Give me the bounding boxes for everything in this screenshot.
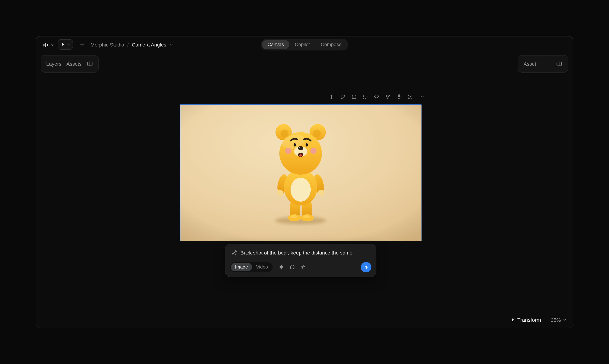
mode-video-button[interactable]: Video <box>252 263 272 271</box>
tab-canvas[interactable]: Canvas <box>262 40 289 49</box>
prompt-option-icons <box>279 264 306 270</box>
tab-copilot[interactable]: Copilot <box>289 40 315 49</box>
canvas-toolbar <box>327 91 426 102</box>
transform-label: Transform <box>517 317 541 323</box>
more-tools-icon[interactable] <box>417 91 427 102</box>
draw-tool-icon[interactable] <box>338 91 348 102</box>
prompt-input-row[interactable]: Back shot of the bear, keep the distance… <box>225 244 376 256</box>
ai-select-tool-icon[interactable] <box>383 91 393 102</box>
lightning-icon <box>510 317 515 322</box>
plus-icon <box>79 42 85 48</box>
zoom-control[interactable]: 35% <box>551 317 567 323</box>
panel-left-icon[interactable] <box>87 61 93 67</box>
footer-controls: Transform 35% <box>510 317 567 323</box>
breadcrumb-app[interactable]: Morphic Studio <box>91 42 124 48</box>
asset-panel-toggle: Asset <box>518 55 568 72</box>
tab-compose[interactable]: Compose <box>315 40 347 49</box>
transform-button[interactable]: Transform <box>510 317 541 323</box>
settings-sliders-icon[interactable] <box>300 264 306 270</box>
prompt-controls-row: Image Video <box>230 262 371 273</box>
morphic-logo-icon <box>42 41 49 49</box>
pose-tool-icon[interactable] <box>394 91 404 102</box>
canvas-image-bear[interactable] <box>180 104 422 241</box>
chevron-down-icon[interactable] <box>169 42 173 47</box>
chevron-down-icon <box>51 43 55 47</box>
asset-tab[interactable]: Asset <box>524 61 536 67</box>
output-mode-toggle: Image Video <box>230 262 273 272</box>
attachment-paperclip-icon[interactable] <box>231 250 237 256</box>
chevron-down-icon <box>67 43 70 46</box>
add-button[interactable] <box>77 40 86 49</box>
breadcrumb-project[interactable]: Camera Angles <box>132 42 166 48</box>
breadcrumb-separator: / <box>127 42 129 48</box>
breadcrumb: Morphic Studio / Camera Angles <box>91 40 173 49</box>
panel-right-icon[interactable] <box>556 61 562 67</box>
app-logo-button[interactable] <box>42 40 55 50</box>
zoom-level: 35% <box>551 317 561 323</box>
layers-tab[interactable]: Layers <box>46 61 61 67</box>
prompt-box: Back shot of the bear, keep the distance… <box>225 244 376 277</box>
mode-image-button[interactable]: Image <box>231 263 252 271</box>
submit-prompt-button[interactable] <box>361 262 371 273</box>
shape-tool-icon[interactable] <box>349 91 359 102</box>
prompt-input-text[interactable]: Back shot of the bear, keep the distance… <box>241 249 354 256</box>
view-tabs: Canvas Copilot Compose <box>261 39 348 51</box>
lasso-tool-icon[interactable] <box>372 91 381 102</box>
frame-tool-icon[interactable] <box>406 91 415 102</box>
layers-assets-panel-toggle: Layers Assets <box>41 55 99 72</box>
app-root: Morphic Studio / Camera Angles Canvas Co… <box>0 0 609 364</box>
openai-model-icon[interactable] <box>279 264 284 270</box>
text-tool-icon[interactable] <box>327 91 336 102</box>
app-window: Morphic Studio / Camera Angles Canvas Co… <box>36 36 573 328</box>
chat-model-icon[interactable] <box>289 264 295 270</box>
cursor-icon <box>61 42 66 47</box>
arrow-up-icon <box>363 264 369 270</box>
footer-divider <box>546 317 546 323</box>
assets-tab[interactable]: Assets <box>67 61 81 67</box>
bear-illustration <box>180 105 421 241</box>
select-tool-dropdown[interactable] <box>58 39 73 50</box>
marquee-tool-icon[interactable] <box>360 91 370 102</box>
chevron-down-icon <box>563 318 567 322</box>
